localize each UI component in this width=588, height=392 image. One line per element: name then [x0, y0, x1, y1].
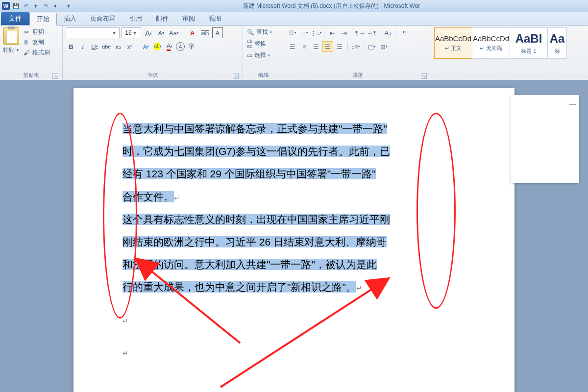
shading-button[interactable]: ▢▾: [367, 41, 377, 52]
font-launcher[interactable]: ↘: [233, 73, 239, 79]
indent-decrease-button[interactable]: ⇤: [327, 27, 338, 38]
group-paragraph: ☰▾ ≣▾ ⋮≡▾ ⇤ ⇥ ¶→ ←¶ A↓ ¶ ☰ ≡ ☰ ☰ ☰: [284, 25, 431, 80]
group-styles: AaBbCcDd ↵ 正文 AaBbCcDd ↵ 无间隔 AaBl 标题 1 A…: [431, 25, 588, 80]
group-label-clipboard: 剪贴板↘: [3, 71, 59, 80]
bullets-button[interactable]: ☰▾: [287, 27, 298, 38]
group-editing: 🔍查找▾ abac替换 ▭选择▾ 编辑: [243, 25, 284, 80]
font-family-combo[interactable]: ▾: [66, 27, 120, 38]
separator: [324, 28, 324, 38]
replace-icon: abac: [247, 38, 252, 49]
tab-file[interactable]: 文件: [1, 12, 29, 25]
separator: [364, 42, 364, 51]
scissors-icon: ✂: [23, 28, 30, 36]
font-size-combo[interactable]: 16▾: [122, 27, 141, 38]
ribbon-tabs: 文件 开始 插入 页面布局 引用 邮件 审阅 视图: [0, 12, 588, 25]
align-distribute-button[interactable]: ☰: [334, 41, 345, 52]
superscript-button[interactable]: x²: [124, 41, 135, 52]
paste-button[interactable]: 粘贴▼: [3, 27, 20, 54]
word-icon: W: [2, 2, 10, 10]
qat-separator: [62, 2, 62, 10]
grow-font-button[interactable]: A▴: [143, 27, 154, 38]
change-case-button[interactable]: Aa▾: [169, 27, 179, 38]
brush-icon: 🖌: [23, 49, 30, 57]
underline-button[interactable]: U▾: [89, 41, 100, 52]
pinyin-button[interactable]: wén: [199, 27, 210, 38]
group-clipboard: 粘贴▼ ✂剪切 ⎘复制 🖌格式刷 剪贴板↘: [0, 25, 63, 80]
selected-text[interactable]: 经有 123 个国家和 29 个国际组织与中国签署"一带一路": [122, 168, 376, 179]
tab-references[interactable]: 引用: [122, 12, 149, 25]
quick-access-toolbar: 💾 ↶ ▾ ↷ ▾ ▾: [12, 1, 73, 10]
numbering-button[interactable]: ≣▾: [299, 27, 310, 38]
save-button[interactable]: 💾: [12, 1, 21, 10]
style-nospace[interactable]: AaBbCcDd ↵ 无间隔: [472, 27, 510, 59]
strike-button[interactable]: abc: [101, 41, 112, 52]
paste-icon: [3, 27, 19, 45]
separator: [183, 28, 183, 38]
style-heading2[interactable]: Aa 标: [547, 27, 567, 59]
title-bar: W 💾 ↶ ▾ ↷ ▾ ▾ 新建 Microsoft Word 文档 (5).d…: [0, 0, 588, 12]
ribbon: 粘贴▼ ✂剪切 ⎘复制 🖌格式刷 剪贴板↘ ▾ 16▾ A▴ A▾ Aa▾ A̷…: [0, 25, 588, 80]
font-color-button[interactable]: A▾: [164, 41, 175, 52]
copy-icon: ⎘: [23, 39, 30, 47]
circled-char-button[interactable]: A: [176, 42, 185, 51]
shrink-font-button[interactable]: A▾: [156, 27, 167, 38]
selected-text[interactable]: 时，它成为七国集团(G7)参与这一倡议的先行者。此前，已: [122, 146, 390, 157]
borders-button[interactable]: ⊞▾: [378, 41, 389, 52]
window-title: 新建 Microsoft Word 文档 (5).docx (用户上次保存的) …: [77, 2, 586, 10]
selected-text[interactable]: 刚结束的欧洲之行中。习近平 26 日结束对意大利、摩纳哥: [122, 236, 387, 247]
italic-button[interactable]: I: [77, 41, 88, 52]
separator: [396, 28, 396, 38]
select-button[interactable]: ▭选择▾: [246, 50, 281, 60]
group-font: ▾ 16▾ A▴ A▾ Aa▾ A̷ wén A B I U▾ abc x₂ x…: [63, 25, 243, 80]
align-right-button[interactable]: ☰: [311, 41, 321, 52]
line-spacing-button[interactable]: ↕≡▾: [350, 41, 361, 52]
highlight-button[interactable]: ab▾: [152, 41, 163, 52]
subscript-button[interactable]: x₂: [113, 41, 123, 52]
align-center-button[interactable]: ≡: [299, 41, 310, 52]
next-page-preview: [511, 95, 579, 183]
align-justify-button[interactable]: ☰: [322, 41, 333, 52]
indent-increase-button[interactable]: ⇥: [339, 27, 349, 38]
bold-button[interactable]: B: [66, 41, 76, 52]
style-normal[interactable]: AaBbCcDd ↵ 正文: [434, 27, 472, 59]
copy-button[interactable]: ⎘复制: [22, 38, 51, 47]
tab-layout[interactable]: 页面布局: [83, 12, 122, 25]
replace-button[interactable]: abac替换: [246, 38, 281, 49]
char-border-button[interactable]: A: [212, 27, 223, 38]
redo-dropdown[interactable]: ▾: [51, 1, 60, 10]
text-effect-button[interactable]: A▾: [141, 41, 151, 52]
clipboard-launcher[interactable]: ↘: [52, 73, 58, 79]
align-left-button[interactable]: ☰: [287, 41, 298, 52]
cut-button[interactable]: ✂剪切: [22, 27, 51, 37]
selected-text[interactable]: 当意大利与中国签署谅解备忘录，正式参与共建"一带一路": [122, 123, 387, 134]
tab-view[interactable]: 视图: [202, 12, 228, 25]
paragraph-mark: ↵: [174, 194, 180, 202]
selected-text[interactable]: 合作文件。: [122, 191, 174, 202]
ltr-button[interactable]: ¶→: [355, 27, 366, 38]
format-painter-button[interactable]: 🖌格式刷: [22, 48, 51, 57]
clear-format-button[interactable]: A̷: [187, 27, 197, 38]
page[interactable]: 当意大利与中国签署谅解备忘录，正式参与共建"一带一路" 时，它成为七国集团(G7…: [74, 88, 514, 392]
rtl-button[interactable]: ←¶: [367, 27, 377, 38]
tab-mail[interactable]: 邮件: [149, 12, 175, 25]
document-area: 当意大利与中国签署谅解备忘录，正式参与共建"一带一路" 时，它成为七国集团(G7…: [0, 80, 588, 392]
sort-button[interactable]: A↓: [383, 27, 393, 38]
tab-home[interactable]: 开始: [29, 13, 57, 25]
multilevel-button[interactable]: ⋮≡▾: [311, 27, 321, 38]
redo-button[interactable]: ↷: [41, 1, 50, 10]
char-format-button[interactable]: 字: [186, 41, 196, 52]
find-icon: 🔍: [247, 29, 254, 36]
undo-button[interactable]: ↶: [22, 1, 30, 10]
svg-line-1: [220, 279, 387, 387]
tab-review[interactable]: 审阅: [175, 12, 202, 25]
paragraph-launcher[interactable]: ↘: [421, 73, 427, 79]
find-button[interactable]: 🔍查找▾: [246, 27, 281, 37]
undo-dropdown[interactable]: ▾: [31, 1, 40, 10]
separator: [347, 42, 348, 51]
group-label-font: 字体↘: [66, 71, 240, 80]
style-heading1[interactable]: AaBl 标题 1: [510, 27, 548, 59]
show-marks-button[interactable]: ¶: [399, 27, 410, 38]
qat-customize[interactable]: ▾: [64, 1, 73, 10]
tab-insert[interactable]: 插入: [57, 12, 83, 25]
selected-text[interactable]: 这个具有标志性意义的时刻，出现在中国国家主席习近平刚: [122, 214, 390, 225]
